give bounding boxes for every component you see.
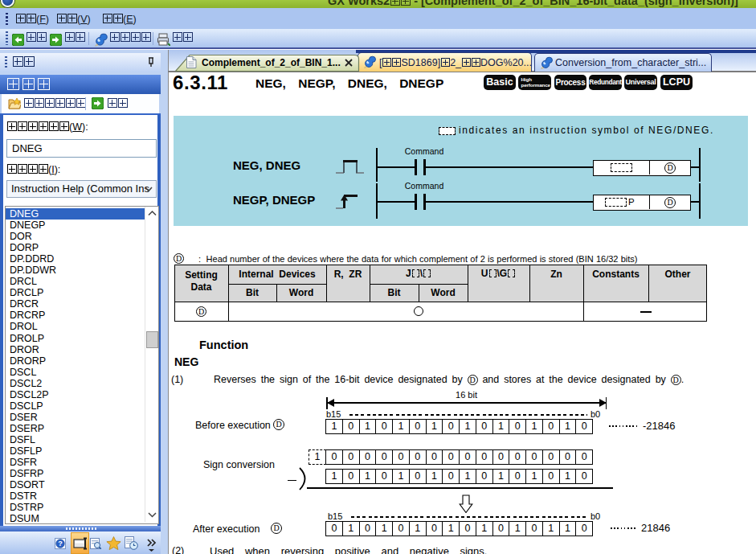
svg-text:?: ? xyxy=(58,540,63,548)
